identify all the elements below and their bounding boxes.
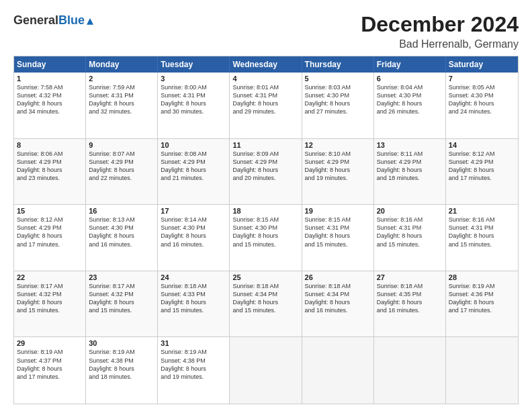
day-detail: Sunrise: 8:01 AM Sunset: 4:31 PM Dayligh… — [232, 83, 298, 116]
day-detail: Sunrise: 8:16 AM Sunset: 4:31 PM Dayligh… — [377, 216, 443, 248]
calendar-cell: 10Sunrise: 8:08 AM Sunset: 4:29 PM Dayli… — [158, 139, 230, 205]
calendar-cell: 8Sunrise: 8:06 AM Sunset: 4:29 PM Daylig… — [14, 139, 86, 205]
calendar-cell: 2Sunrise: 7:59 AM Sunset: 4:31 PM Daylig… — [86, 73, 158, 138]
header: General Blue ▴ December 2024 Bad Herrena… — [13, 12, 519, 50]
day-number: 20 — [377, 207, 443, 215]
day-detail: Sunrise: 8:19 AM Sunset: 4:38 PM Dayligh… — [161, 348, 226, 381]
day-detail: Sunrise: 8:12 AM Sunset: 4:29 PM Dayligh… — [17, 216, 83, 248]
calendar-cell: 21Sunrise: 8:16 AM Sunset: 4:31 PM Dayli… — [446, 205, 518, 271]
calendar-cell: 22Sunrise: 8:17 AM Sunset: 4:32 PM Dayli… — [14, 271, 86, 337]
calendar-cell: 29Sunrise: 8:19 AM Sunset: 4:37 PM Dayli… — [14, 337, 86, 404]
calendar-cell — [446, 337, 518, 404]
calendar-cell — [302, 337, 374, 404]
day-detail: Sunrise: 8:19 AM Sunset: 4:37 PM Dayligh… — [17, 348, 83, 381]
day-number: 16 — [89, 207, 154, 215]
day-number: 23 — [89, 273, 154, 281]
day-detail: Sunrise: 8:15 AM Sunset: 4:30 PM Dayligh… — [232, 216, 298, 248]
calendar-cell: 20Sunrise: 8:16 AM Sunset: 4:31 PM Dayli… — [374, 205, 446, 271]
day-detail: Sunrise: 7:58 AM Sunset: 4:32 PM Dayligh… — [17, 83, 83, 116]
day-number: 11 — [232, 141, 298, 149]
day-detail: Sunrise: 8:19 AM Sunset: 4:38 PM Dayligh… — [89, 348, 154, 381]
calendar-cell: 5Sunrise: 8:03 AM Sunset: 4:30 PM Daylig… — [302, 73, 374, 138]
day-detail: Sunrise: 8:18 AM Sunset: 4:34 PM Dayligh… — [232, 282, 298, 315]
day-detail: Sunrise: 8:17 AM Sunset: 4:32 PM Dayligh… — [89, 282, 154, 315]
logo: General Blue ▴ — [13, 12, 93, 28]
calendar-cell: 17Sunrise: 8:14 AM Sunset: 4:30 PM Dayli… — [158, 205, 230, 271]
weekday-header-friday: Friday — [374, 56, 446, 73]
day-detail: Sunrise: 8:09 AM Sunset: 4:29 PM Dayligh… — [232, 150, 298, 183]
day-number: 1 — [17, 75, 83, 83]
day-detail: Sunrise: 8:18 AM Sunset: 4:33 PM Dayligh… — [161, 282, 226, 315]
logo-blue: Blue — [58, 13, 85, 28]
day-detail: Sunrise: 8:05 AM Sunset: 4:30 PM Dayligh… — [449, 83, 515, 116]
day-number: 10 — [161, 141, 226, 149]
day-detail: Sunrise: 8:14 AM Sunset: 4:30 PM Dayligh… — [161, 216, 226, 248]
day-number: 9 — [89, 141, 154, 149]
calendar-cell: 31Sunrise: 8:19 AM Sunset: 4:38 PM Dayli… — [158, 337, 230, 404]
weekday-header-sunday: Sunday — [14, 56, 86, 73]
calendar-subtitle: Bad Herrenalb, Germany — [361, 38, 519, 50]
day-detail: Sunrise: 8:15 AM Sunset: 4:31 PM Dayligh… — [305, 216, 371, 248]
calendar-cell: 3Sunrise: 8:00 AM Sunset: 4:31 PM Daylig… — [158, 73, 230, 138]
calendar-cell — [230, 337, 302, 404]
calendar-cell: 13Sunrise: 8:11 AM Sunset: 4:29 PM Dayli… — [374, 139, 446, 205]
day-number: 3 — [161, 75, 226, 83]
calendar-cell: 16Sunrise: 8:13 AM Sunset: 4:30 PM Dayli… — [86, 205, 158, 271]
calendar-cell: 6Sunrise: 8:04 AM Sunset: 4:30 PM Daylig… — [374, 73, 446, 138]
calendar-cell: 1Sunrise: 7:58 AM Sunset: 4:32 PM Daylig… — [14, 73, 86, 138]
day-number: 6 — [377, 75, 443, 83]
day-number: 18 — [232, 207, 298, 215]
day-number: 4 — [232, 75, 298, 83]
weekday-header-saturday: Saturday — [446, 56, 518, 73]
day-detail: Sunrise: 8:10 AM Sunset: 4:29 PM Dayligh… — [305, 150, 371, 183]
calendar-cell: 26Sunrise: 8:18 AM Sunset: 4:34 PM Dayli… — [302, 271, 374, 337]
day-number: 5 — [305, 75, 371, 83]
day-number: 17 — [161, 207, 226, 215]
day-number: 22 — [17, 273, 83, 281]
day-number: 27 — [377, 273, 443, 281]
calendar-week-4: 22Sunrise: 8:17 AM Sunset: 4:32 PM Dayli… — [14, 271, 518, 338]
calendar-cell: 24Sunrise: 8:18 AM Sunset: 4:33 PM Dayli… — [158, 271, 230, 337]
logo-icon: ▴ — [87, 12, 93, 28]
day-number: 24 — [161, 273, 226, 281]
calendar-cell: 30Sunrise: 8:19 AM Sunset: 4:38 PM Dayli… — [86, 337, 158, 404]
calendar-cell: 25Sunrise: 8:18 AM Sunset: 4:34 PM Dayli… — [230, 271, 302, 337]
weekday-header-tuesday: Tuesday — [158, 56, 230, 73]
calendar-cell: 19Sunrise: 8:15 AM Sunset: 4:31 PM Dayli… — [302, 205, 374, 271]
logo-text: General Blue ▴ — [13, 12, 93, 28]
title-section: December 2024 Bad Herrenalb, Germany — [361, 12, 519, 50]
day-number: 8 — [17, 141, 83, 149]
calendar-cell: 9Sunrise: 8:07 AM Sunset: 4:29 PM Daylig… — [86, 139, 158, 205]
day-detail: Sunrise: 8:19 AM Sunset: 4:36 PM Dayligh… — [449, 282, 515, 315]
day-detail: Sunrise: 8:03 AM Sunset: 4:30 PM Dayligh… — [305, 83, 371, 116]
day-detail: Sunrise: 8:07 AM Sunset: 4:29 PM Dayligh… — [89, 150, 154, 183]
calendar-week-1: 1Sunrise: 7:58 AM Sunset: 4:32 PM Daylig… — [14, 73, 518, 139]
calendar-cell: 14Sunrise: 8:12 AM Sunset: 4:29 PM Dayli… — [446, 139, 518, 205]
calendar-cell: 4Sunrise: 8:01 AM Sunset: 4:31 PM Daylig… — [230, 73, 302, 138]
day-detail: Sunrise: 8:06 AM Sunset: 4:29 PM Dayligh… — [17, 150, 83, 183]
day-detail: Sunrise: 7:59 AM Sunset: 4:31 PM Dayligh… — [89, 83, 154, 116]
calendar-cell: 15Sunrise: 8:12 AM Sunset: 4:29 PM Dayli… — [14, 205, 86, 271]
calendar-cell: 12Sunrise: 8:10 AM Sunset: 4:29 PM Dayli… — [302, 139, 374, 205]
day-number: 26 — [305, 273, 371, 281]
calendar-week-2: 8Sunrise: 8:06 AM Sunset: 4:29 PM Daylig… — [14, 139, 518, 205]
calendar-week-3: 15Sunrise: 8:12 AM Sunset: 4:29 PM Dayli… — [14, 205, 518, 271]
day-number: 25 — [232, 273, 298, 281]
day-detail: Sunrise: 8:13 AM Sunset: 4:30 PM Dayligh… — [89, 216, 154, 248]
weekday-header-wednesday: Wednesday — [230, 56, 302, 73]
day-number: 28 — [449, 273, 515, 281]
calendar: SundayMondayTuesdayWednesdayThursdayFrid… — [13, 56, 519, 404]
day-detail: Sunrise: 8:00 AM Sunset: 4:31 PM Dayligh… — [161, 83, 226, 116]
day-number: 2 — [89, 75, 154, 83]
day-detail: Sunrise: 8:12 AM Sunset: 4:29 PM Dayligh… — [449, 150, 515, 183]
calendar-page: General Blue ▴ December 2024 Bad Herrena… — [0, 0, 532, 411]
day-detail: Sunrise: 8:16 AM Sunset: 4:31 PM Dayligh… — [449, 216, 515, 248]
day-number: 31 — [161, 339, 226, 347]
day-number: 19 — [305, 207, 371, 215]
day-detail: Sunrise: 8:17 AM Sunset: 4:32 PM Dayligh… — [17, 282, 83, 315]
day-number: 7 — [449, 75, 515, 83]
day-detail: Sunrise: 8:18 AM Sunset: 4:34 PM Dayligh… — [305, 282, 371, 315]
day-number: 13 — [377, 141, 443, 149]
calendar-cell — [374, 337, 446, 404]
day-detail: Sunrise: 8:08 AM Sunset: 4:29 PM Dayligh… — [161, 150, 226, 183]
